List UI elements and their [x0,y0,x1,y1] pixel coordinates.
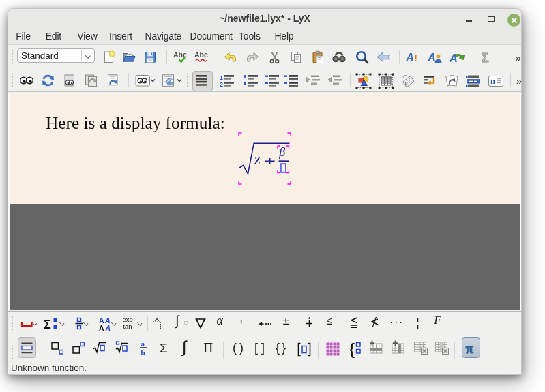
svg-text:n: n [490,76,495,86]
svg-text:a: a [141,340,145,348]
svg-text:A: A [406,51,414,63]
svg-text:π: π [466,340,474,357]
svg-text:b: b [141,348,145,357]
svg-text:Σ: Σ [44,318,51,331]
svg-text:1: 1 [220,74,223,81]
svg-text:A: A [428,51,436,63]
svg-text:β: β [278,145,285,159]
svg-text:Σ: Σ [482,51,489,65]
svg-text:Abc: Abc [194,50,208,59]
svg-text:!: ! [414,52,417,63]
svg-text:A: A [450,52,458,64]
svg-text:A: A [99,324,104,332]
svg-text:A: A [104,324,111,332]
svg-text:2: 2 [220,81,223,88]
svg-text:{: { [350,340,355,358]
svg-text:z: z [254,151,261,168]
